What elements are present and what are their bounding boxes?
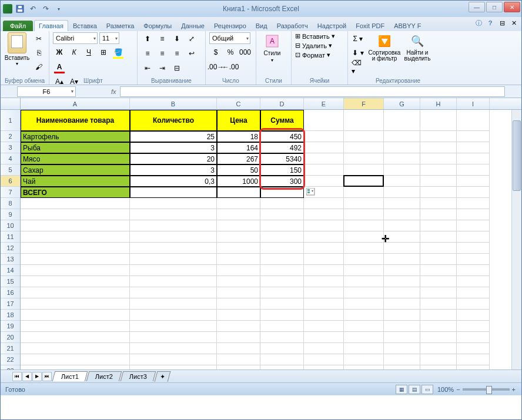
increase-decimal-icon[interactable]: .00→	[209, 61, 222, 73]
view-layout-icon[interactable]: ▤	[409, 385, 420, 394]
cell-G17[interactable]	[384, 298, 420, 310]
cell-E21[interactable]	[304, 343, 344, 354]
cell-B5[interactable]: 3	[130, 164, 217, 176]
cell-G22[interactable]	[384, 354, 420, 365]
cell-B11[interactable]	[130, 231, 217, 243]
cell-E9[interactable]	[304, 209, 344, 220]
cell-A5[interactable]: Сахар	[21, 164, 130, 176]
cell-I17[interactable]	[457, 298, 490, 310]
minimize-ribbon-icon[interactable]: ⓘ	[474, 19, 483, 27]
row-header-12[interactable]: 12	[1, 243, 20, 254]
cell-I14[interactable]	[457, 265, 490, 276]
cell-B3[interactable]: 3	[130, 142, 217, 153]
row-header-2[interactable]: 2	[1, 131, 20, 142]
window-close-icon[interactable]: ✕	[510, 19, 518, 27]
bold-icon[interactable]: Ж	[53, 46, 66, 59]
col-header-G[interactable]: G	[384, 98, 420, 109]
cell-E16[interactable]	[304, 287, 344, 298]
cell-A17[interactable]	[21, 298, 130, 310]
cell-I4[interactable]	[457, 153, 490, 164]
cell-I1[interactable]	[457, 110, 490, 131]
cell-E13[interactable]	[304, 254, 344, 265]
close-button[interactable]: ✕	[504, 2, 520, 12]
cell-A21[interactable]	[21, 343, 130, 354]
cell-F7[interactable]	[344, 187, 384, 198]
cell-G19[interactable]	[384, 321, 420, 332]
cell-F8[interactable]	[344, 198, 384, 209]
cell-A8[interactable]	[21, 198, 130, 209]
tab-foxit[interactable]: Foxit PDF	[351, 20, 389, 31]
row-header-13[interactable]: 13	[1, 254, 20, 265]
cell-I20[interactable]	[457, 332, 490, 343]
cell-G11[interactable]	[384, 231, 420, 243]
cell-G23[interactable]	[384, 365, 420, 369]
cell-E6[interactable]	[304, 176, 344, 187]
zoom-in-icon[interactable]: +	[512, 386, 516, 393]
cell-C21[interactable]	[217, 343, 260, 354]
cell-A7[interactable]: ВСЕГО	[21, 187, 130, 198]
sheet-nav-first-icon[interactable]: ⏮	[12, 372, 22, 381]
row-header-17[interactable]: 17	[1, 298, 20, 310]
cell-B4[interactable]: 20	[130, 153, 217, 164]
cell-H23[interactable]	[420, 365, 457, 369]
cell-A20[interactable]	[21, 332, 130, 343]
cell-C23[interactable]	[217, 365, 260, 369]
cell-G6[interactable]	[384, 176, 420, 187]
cell-I2[interactable]	[457, 131, 490, 142]
col-header-E[interactable]: E	[304, 98, 344, 109]
cell-C19[interactable]	[217, 321, 260, 332]
cell-D5[interactable]: 150	[260, 164, 304, 176]
fill-icon[interactable]: ⬇ ▾	[352, 46, 364, 59]
cell-I11[interactable]	[457, 231, 490, 243]
cell-B23[interactable]	[130, 365, 217, 369]
cell-C2[interactable]: 18	[217, 131, 260, 142]
cell-B1[interactable]: Количество	[130, 110, 217, 131]
cell-E22[interactable]	[304, 354, 344, 365]
cell-F11[interactable]	[344, 231, 384, 243]
cell-I9[interactable]	[457, 209, 490, 220]
cell-I6[interactable]	[457, 176, 490, 187]
cell-D15[interactable]	[260, 276, 304, 287]
cell-B15[interactable]	[130, 276, 217, 287]
cell-C15[interactable]	[217, 276, 260, 287]
sheet-nav-last-icon[interactable]: ⏭	[42, 372, 52, 381]
row-header-21[interactable]: 21	[1, 343, 20, 354]
row-header-5[interactable]: 5	[1, 164, 20, 176]
cell-E12[interactable]	[304, 243, 344, 254]
cell-A23[interactable]	[21, 365, 130, 369]
cell-C6[interactable]: 1000	[217, 176, 260, 187]
cell-D2[interactable]: 450	[260, 131, 304, 142]
cell-B22[interactable]	[130, 354, 217, 365]
row-header-10[interactable]: 10	[1, 220, 20, 231]
cell-G4[interactable]	[384, 153, 420, 164]
tab-developer[interactable]: Разработч	[272, 20, 313, 31]
zoom-slider[interactable]	[463, 388, 510, 391]
cell-H2[interactable]	[420, 131, 457, 142]
cell-F16[interactable]	[344, 287, 384, 298]
cell-G2[interactable]	[384, 131, 420, 142]
copy-icon[interactable]: ⎘	[32, 46, 45, 59]
cell-E11[interactable]	[304, 231, 344, 243]
row-header-23[interactable]: 23	[1, 365, 20, 369]
cell-H22[interactable]	[420, 354, 457, 365]
cell-D11[interactable]	[260, 231, 304, 243]
cell-A1[interactable]: Наименование товара	[21, 110, 130, 131]
font-name-selector[interactable]: Calibri	[53, 32, 98, 44]
align-bottom-icon[interactable]: ⬇	[170, 32, 183, 45]
find-select-button[interactable]: 🔍 Найти и выделить	[401, 32, 434, 73]
tab-data[interactable]: Данные	[176, 20, 209, 31]
cell-H8[interactable]	[420, 198, 457, 209]
maximize-button[interactable]: □	[486, 2, 503, 12]
cell-H3[interactable]	[420, 142, 457, 153]
cell-A16[interactable]	[21, 287, 130, 298]
cell-E8[interactable]	[304, 198, 344, 209]
cell-I19[interactable]	[457, 321, 490, 332]
paste-button[interactable]: Вставить ▾	[4, 32, 30, 73]
styles-button[interactable]: A Стили ▾	[260, 32, 285, 63]
cell-E1[interactable]	[304, 110, 344, 131]
cell-F5[interactable]	[344, 164, 384, 176]
col-header-D[interactable]: D	[260, 98, 304, 109]
cell-C16[interactable]	[217, 287, 260, 298]
col-header-B[interactable]: B	[130, 98, 217, 109]
view-pagebreak-icon[interactable]: ▭	[421, 385, 433, 394]
